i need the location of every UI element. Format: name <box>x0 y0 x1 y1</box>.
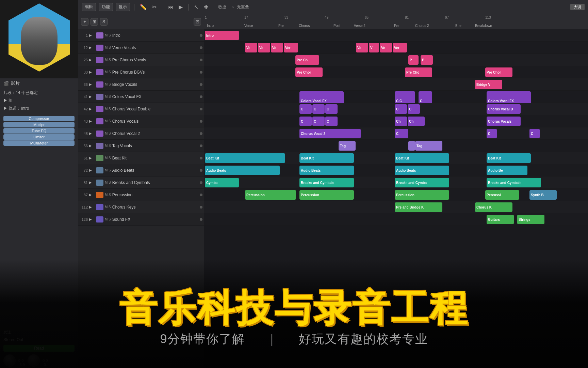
clip-p2[interactable]: P <box>421 55 433 65</box>
clip-tag-line1[interactable] <box>408 141 415 151</box>
clip-perc1[interactable]: Percussion <box>245 190 296 200</box>
clip-breaks3[interactable]: Breaks and Cymbals <box>487 178 541 187</box>
clip-ch5[interactable]: Ch <box>408 117 425 126</box>
add-track-button[interactable]: + <box>81 18 88 26</box>
track-play[interactable]: ▶ <box>89 193 95 197</box>
clip-percuss[interactable]: Percussi <box>485 190 519 200</box>
play-icon[interactable]: ▶ <box>177 3 184 11</box>
track-num: 25 <box>80 58 88 62</box>
clip-prech[interactable]: Pre Ch <box>295 55 319 65</box>
track-play[interactable]: ▶ <box>89 95 95 98</box>
clip-c7[interactable]: C <box>487 129 497 138</box>
clip-ve2[interactable]: Ve <box>258 43 270 52</box>
track-play[interactable]: ▶ <box>89 168 95 172</box>
clip-v[interactable]: V <box>369 43 379 52</box>
track-play[interactable]: ▶ <box>89 144 95 148</box>
function-menu[interactable]: 功能 <box>99 3 113 11</box>
pencil-icon[interactable]: ✏️ <box>138 3 148 11</box>
clip-c6[interactable]: C <box>395 129 408 138</box>
track-play[interactable]: ▶ <box>89 156 95 160</box>
fx-multipr[interactable]: Multipr <box>3 122 75 127</box>
view-menu[interactable]: 显示 <box>116 3 130 11</box>
pointer-icon[interactable]: ↖ <box>193 3 200 11</box>
s-button[interactable]: S <box>100 18 108 26</box>
fader-knob-2[interactable] <box>28 354 40 367</box>
fx-tube-eq[interactable]: Tube EQ <box>3 128 75 134</box>
clip-perc3[interactable]: Percussion <box>395 190 449 200</box>
add-icon[interactable]: ✚ <box>202 3 210 11</box>
read-button[interactable]: Read <box>3 345 75 352</box>
clip-ve4[interactable]: Ve <box>356 43 368 52</box>
track-play[interactable]: ▶ <box>89 181 95 184</box>
clip-precho2[interactable]: Pre Cho <box>405 67 432 77</box>
clip-prechor[interactable]: Pre Chor <box>295 67 323 77</box>
track-play[interactable]: ▶ <box>89 70 95 74</box>
clip-ch4[interactable]: Ch <box>395 117 407 126</box>
clip-breaks1[interactable]: Breaks and Cymbals <box>299 178 354 187</box>
fx-limiter[interactable]: Limiter <box>3 134 75 140</box>
clip-prebridge1[interactable]: Pre and Bridge K <box>395 202 442 212</box>
clip-ch3[interactable]: C <box>325 117 338 126</box>
track-play[interactable]: ▶ <box>89 107 95 111</box>
clip-ch2[interactable]: C <box>312 117 325 126</box>
stereo-out: Stereo Out <box>0 336 78 343</box>
clip-chorusk[interactable]: Chorus K <box>475 202 512 212</box>
clip-chorusvocald[interactable]: Chorus Vocal D <box>487 104 521 114</box>
clip-guitars[interactable]: Guitars <box>487 215 514 224</box>
scissors-icon[interactable]: ✂ <box>151 3 158 11</box>
clip-chorusvocals2[interactable]: Chorus Vocals <box>487 117 521 126</box>
fx-multimeter[interactable]: MultiMeter <box>3 140 75 146</box>
clip-c3[interactable]: C <box>325 104 338 114</box>
clips-area[interactable]: Intro Ve Ve Ve Ver Ve V Ve Ver Pre Ch P <box>204 29 588 368</box>
clip-ve3[interactable]: Ve <box>271 43 283 52</box>
clip-intro[interactable]: Intro <box>205 31 239 40</box>
track-play[interactable]: ▶ <box>89 132 95 135</box>
clip-p[interactable]: P <box>408 55 419 65</box>
clip-audiobeats2[interactable]: Audio Beats <box>299 166 354 175</box>
track-play[interactable]: ▶ <box>89 33 95 37</box>
track-ms: M S <box>105 168 111 172</box>
clip-c5[interactable]: C <box>408 104 420 114</box>
clip-c8[interactable]: C <box>529 129 540 138</box>
clip-c2[interactable]: C <box>312 104 325 114</box>
clip-synthb[interactable]: Synth B <box>529 190 557 200</box>
track-view-button[interactable]: ⊞ <box>91 18 98 26</box>
clip-ver[interactable]: Ver <box>284 43 298 52</box>
clip-beatkit4[interactable]: Beat Kit <box>487 153 531 163</box>
edit-menu[interactable]: 编辑 <box>82 3 96 11</box>
track-ms: M S <box>105 58 111 62</box>
clip-c4[interactable]: C <box>395 104 407 114</box>
clip-perc2[interactable]: Percussion <box>299 190 354 200</box>
rewind-icon[interactable]: ⏮ <box>166 3 175 11</box>
clip-tag2[interactable]: Tag <box>415 141 442 151</box>
clip-ver2[interactable]: Ver <box>393 43 407 52</box>
clip-ve5[interactable]: Ve <box>380 43 392 52</box>
bpm-display[interactable]: 大调 <box>570 4 585 10</box>
track-play[interactable]: ▶ <box>89 58 95 62</box>
clip-bridgev[interactable]: Bridge V <box>475 80 502 89</box>
track-play[interactable]: ▶ <box>89 46 95 49</box>
clip-audiobe[interactable]: Audio Be <box>487 166 527 175</box>
track-play[interactable]: ▶ <box>89 217 95 221</box>
expand-button[interactable]: ⊡ <box>194 18 201 26</box>
track-play[interactable]: ▶ <box>89 205 95 209</box>
clip-tag1[interactable]: Tag <box>339 141 356 151</box>
clip-audiobeats3[interactable]: Audio Beats <box>395 166 449 175</box>
track-play[interactable]: ▶ <box>89 82 95 86</box>
clip-beatkit2[interactable]: Beat Kit <box>299 153 354 163</box>
clip-beatkit3[interactable]: Beat Kit <box>395 153 449 163</box>
clip-prechor3[interactable]: Pre Chor <box>485 67 512 77</box>
clip-ve1[interactable]: Ve <box>245 43 257 52</box>
clip-cymba[interactable]: Cymba <box>205 178 239 187</box>
clip-ch1[interactable]: C <box>299 117 312 126</box>
clip-audiobeats1[interactable]: Audio Beats <box>205 166 280 175</box>
track-play[interactable]: ▶ <box>89 119 95 123</box>
clip-breaks2[interactable]: Breaks and Cymba <box>395 178 449 187</box>
clip-chorusvocal2-1[interactable]: Chorus Vocal 2 <box>299 129 361 138</box>
clip-c1[interactable]: C <box>299 104 312 114</box>
fx-compressor[interactable]: Compressor <box>3 116 75 121</box>
clip-beatkit1[interactable]: Beat Kit <box>205 153 285 163</box>
fader-knob-1[interactable] <box>3 354 16 367</box>
clip-strings[interactable]: Strings <box>517 215 544 224</box>
track-ms: M S <box>105 217 111 221</box>
